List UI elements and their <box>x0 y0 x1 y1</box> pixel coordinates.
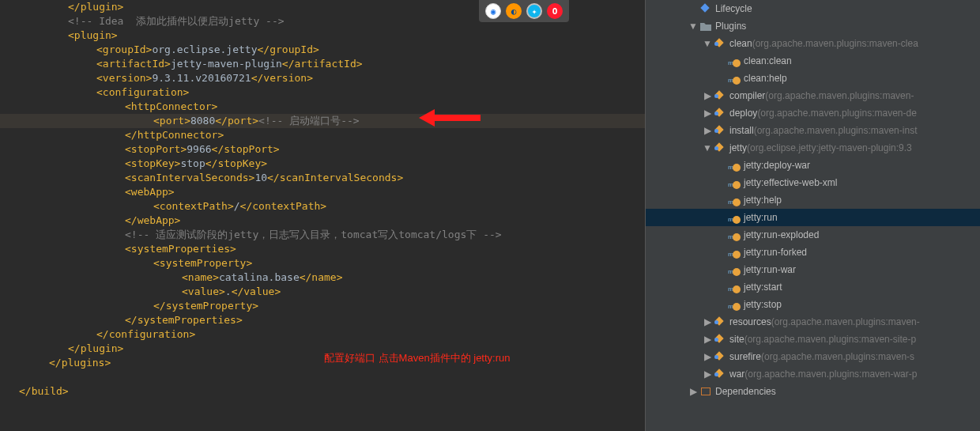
maven-tool-window[interactable]: Lifecycle▼Plugins▼clean (org.apache.mave… <box>646 0 980 431</box>
code-line[interactable]: </plugin> <box>0 342 645 356</box>
code-line[interactable] <box>0 370 645 384</box>
tree-label: jetty:effective-web-xml <box>744 174 837 191</box>
tree-item-jetty-effective-web-xml[interactable]: mjetty:effective-web-xml <box>646 174 980 191</box>
maven-plugin-icon <box>714 142 726 154</box>
code-line[interactable]: <artifactId>jetty-maven-plugin</artifact… <box>0 57 645 71</box>
tree-item-jetty-deploy-war[interactable]: mjetty:deploy-war <box>646 157 980 174</box>
code-line[interactable]: <httpConnector> <box>0 100 645 114</box>
tree-label: Lifecycle <box>715 0 752 17</box>
tree-item-install[interactable]: ▶install (org.apache.maven.plugins:maven… <box>646 122 980 139</box>
code-line[interactable]: </plugins> <box>0 356 645 370</box>
code-line[interactable]: <systemProperty> <box>0 256 645 270</box>
tree-twisty[interactable]: ▶ <box>703 331 712 348</box>
code-line[interactable]: <!-- 适应测试阶段的jetty，日志写入目录，tomcat写入tomcat/… <box>0 228 645 242</box>
tree-item-site[interactable]: ▶site (org.apache.maven.plugins:maven-si… <box>646 331 980 348</box>
tree-twisty[interactable]: ▼ <box>688 17 698 35</box>
maven-goal-icon: m <box>728 194 741 206</box>
tree-label-dim: (org.apache.maven.plugins:maven- <box>765 87 914 104</box>
tree-item-war[interactable]: ▶war (org.apache.maven.plugins:maven-war… <box>646 365 980 383</box>
tree-label: clean:clean <box>744 52 792 70</box>
code-line[interactable]: </webApp> <box>0 214 645 228</box>
tree-item-jetty-run-forked[interactable]: mjetty:run-forked <box>646 244 980 261</box>
tree-item-jetty-stop[interactable]: mjetty:stop <box>646 296 980 313</box>
code-line[interactable] <box>0 399 645 413</box>
tree-item-compiler[interactable]: ▶compiler (org.apache.maven.plugins:mave… <box>646 87 980 104</box>
tree-label: jetty:run <box>744 209 778 226</box>
tree-twisty[interactable]: ▶ <box>703 365 712 383</box>
tree-label: jetty:help <box>744 191 782 209</box>
code-line[interactable]: </systemProperties> <box>0 313 645 327</box>
tree-item-jetty-run-exploded[interactable]: mjetty:run-exploded <box>646 226 980 244</box>
tree-item-surefire[interactable]: ▶surefire (org.apache.maven.plugins:mave… <box>646 348 980 365</box>
tree-label: war <box>729 365 744 383</box>
code-line[interactable]: <version>9.3.11.v20160721</version> <box>0 71 645 85</box>
editor-content[interactable]: </plugin><!-- Idea 添加此插件以便启动jetty --><pl… <box>0 0 645 413</box>
code-line[interactable]: <webApp> <box>0 185 645 199</box>
tree-label: jetty:run-war <box>744 261 796 278</box>
code-line[interactable]: <configuration> <box>0 85 645 100</box>
tree-item-clean[interactable]: ▼clean (org.apache.maven.plugins:maven-c… <box>646 35 980 52</box>
maven-goal-icon: m <box>728 176 741 189</box>
tree-label: jetty:deploy-war <box>744 157 810 174</box>
tree-label-dim: (org.apache.maven.plugins:maven-s <box>761 348 914 365</box>
code-line[interactable]: <groupId>org.eclipse.jetty</groupId> <box>0 43 645 57</box>
maven-goal-icon: m <box>728 211 741 224</box>
ide-root: ◉ ◐ ✦ O </plugin><!-- Idea 添加此插件以便启动jett… <box>0 0 980 431</box>
tree-label: site <box>729 331 744 348</box>
code-line[interactable]: <scanIntervalSeconds>10</scanIntervalSec… <box>0 171 645 185</box>
code-line[interactable]: <value>.</value> <box>0 285 645 299</box>
maven-goal-icon: m <box>728 229 741 241</box>
tree-item-jetty-start[interactable]: mjetty:start <box>646 278 980 296</box>
tree-label-dim: (org.apache.maven.plugins:maven-clea <box>752 35 918 52</box>
tree-item-jetty-help[interactable]: mjetty:help <box>646 191 980 209</box>
tree-twisty[interactable]: ▶ <box>703 87 712 104</box>
code-line[interactable]: </httpConnector> <box>0 128 645 142</box>
code-line[interactable]: </plugin> <box>0 0 645 14</box>
tree-twisty[interactable]: ▼ <box>703 35 712 52</box>
code-line[interactable]: <stopKey>stop</stopKey> <box>0 157 645 171</box>
code-line[interactable]: </build> <box>0 384 645 399</box>
maven-goal-icon: m <box>728 246 741 259</box>
code-line[interactable]: <name>catalina.base</name> <box>0 270 645 285</box>
tree-item-jetty[interactable]: ▼jetty (org.eclipse.jetty:jetty-maven-pl… <box>646 139 980 157</box>
maven-tree[interactable]: Lifecycle▼Plugins▼clean (org.apache.mave… <box>646 0 980 400</box>
code-line[interactable]: <systemProperties> <box>0 242 645 256</box>
tree-twisty[interactable]: ▶ <box>703 313 712 331</box>
editor-pane[interactable]: ◉ ◐ ✦ O </plugin><!-- Idea 添加此插件以便启动jett… <box>0 0 645 431</box>
code-line[interactable]: </systemProperty> <box>0 299 645 313</box>
tree-label-dim: (org.eclipse.jetty:jetty-maven-plugin:9.… <box>747 139 912 157</box>
maven-goal-icon: m <box>728 72 741 85</box>
annotation-arrow-1 <box>419 106 482 130</box>
tree-twisty[interactable]: ▼ <box>703 139 712 157</box>
tree-twisty[interactable]: ▶ <box>703 348 712 365</box>
code-line[interactable]: </configuration> <box>0 327 645 342</box>
maven-plugin-icon <box>714 368 726 380</box>
tree-item-clean-clean[interactable]: mclean:clean <box>646 52 980 70</box>
lifecycle-icon <box>699 2 712 15</box>
tree-item-plugins[interactable]: ▼Plugins <box>646 17 980 35</box>
code-line[interactable]: <port>8080</port><!-- 启动端口号--> <box>0 114 645 128</box>
tree-item-deploy[interactable]: ▶deploy (org.apache.maven.plugins:maven-… <box>646 104 980 122</box>
maven-goal-icon: m <box>728 281 741 293</box>
tree-item-jetty-run[interactable]: mjetty:run <box>646 209 980 226</box>
tree-twisty[interactable]: ▶ <box>703 122 712 139</box>
tree-item-clean-help[interactable]: mclean:help <box>646 70 980 87</box>
tree-item-lifecycle[interactable]: Lifecycle <box>646 0 980 17</box>
maven-plugin-icon <box>714 333 726 346</box>
maven-goal-icon: m <box>728 55 741 67</box>
svg-marker-0 <box>419 109 481 127</box>
tree-label-dim: (org.apache.maven.plugins:maven- <box>771 313 920 331</box>
code-line[interactable]: <!-- Idea 添加此插件以便启动jetty --> <box>0 14 645 28</box>
code-line[interactable]: <contextPath>/</contextPath> <box>0 199 645 214</box>
tree-label: clean:help <box>744 70 787 87</box>
tree-twisty[interactable]: ▶ <box>688 383 698 400</box>
tree-twisty[interactable]: ▶ <box>703 104 712 122</box>
tree-item-resources[interactable]: ▶resources (org.apache.maven.plugins:mav… <box>646 313 980 331</box>
maven-goal-icon: m <box>728 159 741 172</box>
tree-label: jetty:run-forked <box>744 244 807 261</box>
code-line[interactable]: <plugin> <box>0 28 645 43</box>
tree-item-jetty-run-war[interactable]: mjetty:run-war <box>646 261 980 278</box>
code-line[interactable]: <stopPort>9966</stopPort> <box>0 142 645 157</box>
tree-item-dependencies[interactable]: ▶Dependencies <box>646 383 980 400</box>
maven-goal-icon: m <box>728 263 741 276</box>
